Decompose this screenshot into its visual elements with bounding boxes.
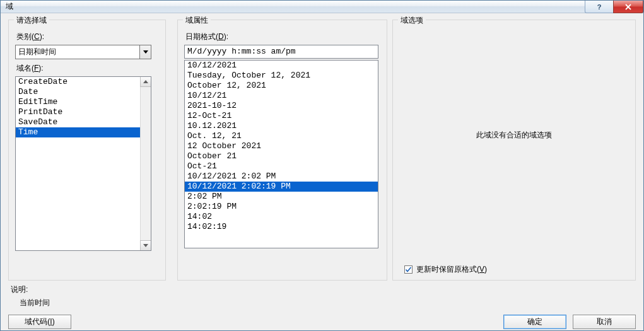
format-item[interactable]: 14:02: [185, 212, 378, 222]
format-item[interactable]: October 12, 2021: [185, 81, 378, 91]
button-bar: 域代码(I) 确定 取消: [1, 313, 643, 330]
format-item[interactable]: 2:02:19 PM: [185, 202, 378, 212]
chevron-down-icon: [143, 50, 148, 54]
preserve-format-checkbox-row: 更新时保留原格式(V): [404, 264, 487, 275]
dialog-window: 域 ? 请选择域 类别(C): 日期: [0, 0, 644, 331]
check-icon: [405, 266, 412, 273]
ok-button[interactable]: 确定: [503, 315, 566, 329]
date-format-label: 日期格式(D):: [185, 32, 380, 42]
choose-field-legend: 请选择域: [14, 15, 49, 26]
fieldname-item[interactable]: CreateDate: [16, 77, 140, 87]
format-item[interactable]: 14:02:19: [185, 222, 378, 232]
format-item[interactable]: October 21: [185, 151, 378, 161]
fieldname-item[interactable]: EditTime: [16, 97, 140, 107]
scroll-up-button[interactable]: [140, 76, 151, 87]
date-format-input[interactable]: [184, 45, 378, 59]
choose-field-group: 请选择域 类别(C): 日期和时间 域名(F): CreateDateDateE…: [8, 20, 166, 281]
combo-dropdown-button[interactable]: [139, 45, 151, 59]
content-area: 请选择域 类别(C): 日期和时间 域名(F): CreateDateDateE…: [1, 13, 643, 313]
format-item[interactable]: 2:02 PM: [185, 192, 378, 202]
chevron-down-icon: [143, 244, 148, 247]
format-item[interactable]: 2021-10-12: [185, 101, 378, 111]
close-icon: [624, 3, 632, 11]
field-options-group: 域选项 此域没有合适的域选项 更新时保留原格式(V): [392, 20, 636, 281]
svg-text:?: ?: [597, 3, 602, 11]
category-value: 日期和时间: [16, 47, 139, 57]
description-block: 说明: 当前时间: [8, 284, 172, 308]
format-item[interactable]: Tuesday, October 12, 2021: [185, 71, 378, 81]
titlebar[interactable]: 域 ?: [1, 1, 643, 13]
fieldname-item[interactable]: PrintDate: [16, 107, 140, 117]
format-item[interactable]: 10/12/2021 2:02:19 PM: [185, 182, 378, 192]
field-properties-legend: 域属性: [183, 15, 211, 26]
field-properties-group: 域属性 日期格式(D): 10/12/2021Tuesday, October …: [177, 20, 387, 281]
fieldname-label: 域名(F):: [16, 63, 159, 74]
field-options-legend: 域选项: [398, 15, 426, 26]
fieldname-item[interactable]: SaveDate: [16, 117, 140, 127]
help-button[interactable]: ?: [585, 1, 614, 13]
titlebar-controls: ?: [585, 1, 643, 13]
scroll-down-button[interactable]: [140, 240, 151, 251]
description-title: 说明:: [11, 284, 172, 295]
format-item[interactable]: 10/12/2021 2:02 PM: [185, 171, 378, 182]
help-icon: ?: [595, 3, 603, 11]
description-value: 当前时间: [11, 298, 172, 308]
format-item[interactable]: 10.12.2021: [185, 121, 378, 131]
fieldname-listbox[interactable]: CreateDateDateEditTimePrintDateSaveDateT…: [15, 76, 151, 251]
format-item[interactable]: 12 October 2021: [185, 141, 378, 151]
scroll-track[interactable]: [141, 88, 151, 240]
preserve-format-checkbox[interactable]: [404, 265, 413, 274]
scrollbar[interactable]: [140, 77, 151, 250]
preserve-format-label: 更新时保留原格式(V): [416, 264, 487, 275]
format-item[interactable]: 12-Oct-21: [185, 111, 378, 121]
cancel-button[interactable]: 取消: [573, 315, 636, 329]
chevron-up-icon: [143, 80, 148, 83]
format-item[interactable]: 10/12/21: [185, 91, 378, 101]
no-options-message: 此域没有合适的域选项: [476, 130, 552, 141]
window-title: 域: [6, 1, 13, 12]
fieldname-item[interactable]: Date: [16, 87, 140, 97]
close-button[interactable]: [613, 1, 643, 13]
date-format-list[interactable]: 10/12/2021Tuesday, October 12, 2021Octob…: [184, 60, 378, 248]
format-item[interactable]: Oct-21: [185, 161, 378, 171]
format-item[interactable]: 10/12/2021: [185, 61, 378, 71]
format-item[interactable]: Oct. 12, 21: [185, 131, 378, 141]
category-label: 类别(C):: [16, 32, 159, 42]
category-combo[interactable]: 日期和时间: [15, 45, 151, 59]
field-codes-button[interactable]: 域代码(I): [8, 315, 71, 329]
fieldname-item[interactable]: Time: [16, 127, 140, 137]
